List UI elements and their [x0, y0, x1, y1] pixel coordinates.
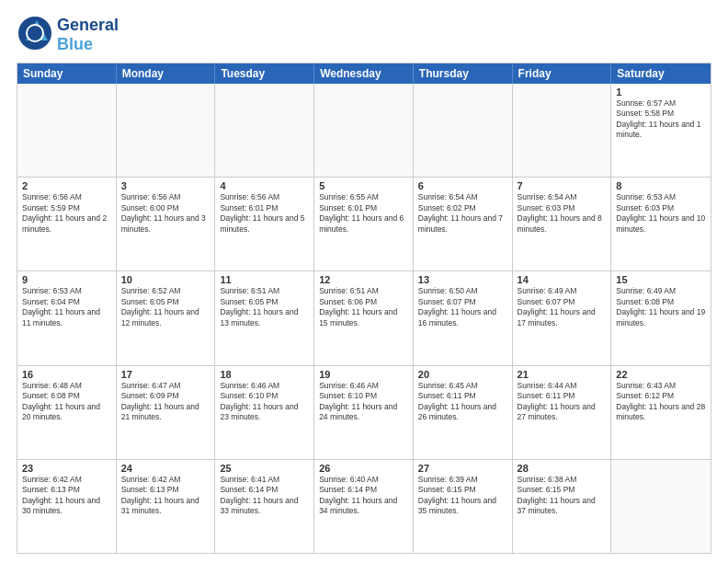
calendar-cell	[513, 84, 612, 177]
calendar-cell: 7Sunrise: 6:54 AM Sunset: 6:03 PM Daylig…	[513, 178, 612, 270]
calendar-cell: 16Sunrise: 6:48 AM Sunset: 6:08 PM Dayli…	[17, 366, 117, 459]
cell-details: Sunrise: 6:45 AM Sunset: 6:11 PM Dayligh…	[418, 381, 507, 423]
cell-details: Sunrise: 6:47 AM Sunset: 6:09 PM Dayligh…	[121, 381, 210, 423]
calendar-cell	[17, 84, 117, 177]
cell-details: Sunrise: 6:51 AM Sunset: 6:06 PM Dayligh…	[319, 286, 408, 328]
header-day-wednesday: Wednesday	[314, 63, 414, 84]
calendar-body: 1Sunrise: 6:57 AM Sunset: 5:58 PM Daylig…	[17, 84, 711, 553]
calendar-cell: 9Sunrise: 6:53 AM Sunset: 6:04 PM Daylig…	[17, 271, 117, 364]
header-day-thursday: Thursday	[414, 63, 513, 84]
cell-details: Sunrise: 6:52 AM Sunset: 6:05 PM Dayligh…	[121, 286, 210, 328]
calendar-header: SundayMondayTuesdayWednesdayThursdayFrid…	[17, 63, 711, 84]
calendar-cell: 4Sunrise: 6:56 AM Sunset: 6:01 PM Daylig…	[215, 178, 314, 270]
calendar-cell: 21Sunrise: 6:44 AM Sunset: 6:11 PM Dayli…	[513, 366, 612, 459]
calendar-cell: 2Sunrise: 6:56 AM Sunset: 5:59 PM Daylig…	[17, 178, 117, 270]
calendar-cell: 22Sunrise: 6:43 AM Sunset: 6:12 PM Dayli…	[611, 366, 711, 459]
header-day-sunday: Sunday	[17, 63, 117, 84]
day-number: 21	[518, 369, 607, 380]
cell-details: Sunrise: 6:39 AM Sunset: 6:15 PM Dayligh…	[418, 475, 507, 517]
day-number: 4	[220, 180, 309, 191]
calendar-cell	[611, 460, 711, 553]
header-day-friday: Friday	[513, 63, 612, 84]
calendar-cell: 27Sunrise: 6:39 AM Sunset: 6:15 PM Dayli…	[414, 460, 513, 553]
calendar-cell: 18Sunrise: 6:46 AM Sunset: 6:10 PM Dayli…	[215, 366, 314, 459]
cell-details: Sunrise: 6:56 AM Sunset: 6:00 PM Dayligh…	[121, 192, 210, 235]
calendar-cell	[117, 84, 216, 177]
day-number: 22	[616, 369, 706, 380]
calendar-cell: 12Sunrise: 6:51 AM Sunset: 6:06 PM Dayli…	[314, 271, 414, 364]
day-number: 15	[616, 274, 706, 285]
logo-icon	[17, 15, 53, 52]
calendar: SundayMondayTuesdayWednesdayThursdayFrid…	[17, 63, 711, 554]
calendar-row-1: 2Sunrise: 6:56 AM Sunset: 5:59 PM Daylig…	[17, 178, 711, 271]
cell-details: Sunrise: 6:49 AM Sunset: 6:07 PM Dayligh…	[518, 286, 607, 328]
calendar-cell: 3Sunrise: 6:56 AM Sunset: 6:00 PM Daylig…	[117, 178, 216, 270]
day-number: 17	[121, 369, 210, 380]
day-number: 26	[319, 463, 408, 474]
header: General Blue	[17, 15, 711, 55]
day-number: 16	[22, 369, 111, 380]
calendar-cell: 14Sunrise: 6:49 AM Sunset: 6:07 PM Dayli…	[513, 271, 612, 364]
calendar-cell: 15Sunrise: 6:49 AM Sunset: 6:08 PM Dayli…	[611, 271, 711, 364]
day-number: 14	[518, 274, 607, 285]
header-day-monday: Monday	[117, 63, 216, 84]
calendar-cell: 6Sunrise: 6:54 AM Sunset: 6:02 PM Daylig…	[414, 178, 513, 270]
day-number: 24	[121, 463, 210, 474]
day-number: 12	[319, 274, 408, 285]
logo-line1: General	[57, 16, 119, 35]
calendar-cell: 11Sunrise: 6:51 AM Sunset: 6:05 PM Dayli…	[215, 271, 314, 364]
calendar-row-4: 23Sunrise: 6:42 AM Sunset: 6:13 PM Dayli…	[17, 460, 711, 553]
cell-details: Sunrise: 6:41 AM Sunset: 6:14 PM Dayligh…	[220, 475, 309, 517]
calendar-cell: 19Sunrise: 6:46 AM Sunset: 6:10 PM Dayli…	[314, 366, 414, 459]
cell-details: Sunrise: 6:51 AM Sunset: 6:05 PM Dayligh…	[220, 286, 309, 328]
calendar-cell: 20Sunrise: 6:45 AM Sunset: 6:11 PM Dayli…	[414, 366, 513, 459]
day-number: 18	[220, 369, 309, 380]
calendar-cell: 23Sunrise: 6:42 AM Sunset: 6:13 PM Dayli…	[17, 460, 117, 553]
day-number: 9	[22, 274, 111, 285]
cell-details: Sunrise: 6:54 AM Sunset: 6:02 PM Dayligh…	[418, 192, 507, 235]
logo: General Blue	[17, 15, 119, 55]
day-number: 20	[418, 369, 507, 380]
day-number: 13	[418, 274, 507, 285]
day-number: 1	[616, 86, 706, 98]
cell-details: Sunrise: 6:42 AM Sunset: 6:13 PM Dayligh…	[121, 475, 210, 517]
cell-details: Sunrise: 6:53 AM Sunset: 6:04 PM Dayligh…	[22, 286, 111, 328]
day-number: 28	[518, 463, 607, 474]
day-number: 7	[518, 180, 607, 191]
day-number: 8	[616, 180, 706, 191]
calendar-row-2: 9Sunrise: 6:53 AM Sunset: 6:04 PM Daylig…	[17, 271, 711, 365]
header-day-saturday: Saturday	[611, 63, 711, 84]
day-number: 27	[418, 463, 507, 474]
day-number: 11	[220, 274, 309, 285]
calendar-cell	[414, 84, 513, 177]
page: General Blue SundayMondayTuesdayWednesda…	[0, 0, 728, 563]
cell-details: Sunrise: 6:46 AM Sunset: 6:10 PM Dayligh…	[220, 381, 309, 423]
day-number: 3	[121, 180, 210, 191]
calendar-row-3: 16Sunrise: 6:48 AM Sunset: 6:08 PM Dayli…	[17, 366, 711, 460]
cell-details: Sunrise: 6:48 AM Sunset: 6:08 PM Dayligh…	[22, 381, 111, 423]
day-number: 6	[418, 180, 507, 191]
cell-details: Sunrise: 6:38 AM Sunset: 6:15 PM Dayligh…	[518, 475, 607, 517]
cell-details: Sunrise: 6:53 AM Sunset: 6:03 PM Dayligh…	[616, 192, 706, 235]
calendar-cell	[314, 84, 414, 177]
day-number: 10	[121, 274, 210, 285]
calendar-cell: 25Sunrise: 6:41 AM Sunset: 6:14 PM Dayli…	[215, 460, 314, 553]
calendar-cell	[215, 84, 314, 177]
day-number: 5	[319, 180, 408, 191]
cell-details: Sunrise: 6:56 AM Sunset: 5:59 PM Dayligh…	[22, 192, 111, 235]
calendar-cell: 8Sunrise: 6:53 AM Sunset: 6:03 PM Daylig…	[611, 178, 711, 270]
cell-details: Sunrise: 6:43 AM Sunset: 6:12 PM Dayligh…	[616, 381, 706, 423]
cell-details: Sunrise: 6:56 AM Sunset: 6:01 PM Dayligh…	[220, 192, 309, 235]
calendar-cell: 1Sunrise: 6:57 AM Sunset: 5:58 PM Daylig…	[611, 84, 711, 177]
logo-line2: Blue	[57, 35, 119, 54]
day-number: 25	[220, 463, 309, 474]
cell-details: Sunrise: 6:46 AM Sunset: 6:10 PM Dayligh…	[319, 381, 408, 423]
cell-details: Sunrise: 6:54 AM Sunset: 6:03 PM Dayligh…	[518, 192, 607, 235]
calendar-cell: 13Sunrise: 6:50 AM Sunset: 6:07 PM Dayli…	[414, 271, 513, 364]
day-number: 2	[22, 180, 111, 191]
cell-details: Sunrise: 6:40 AM Sunset: 6:14 PM Dayligh…	[319, 475, 408, 517]
cell-details: Sunrise: 6:55 AM Sunset: 6:01 PM Dayligh…	[319, 192, 408, 235]
cell-details: Sunrise: 6:57 AM Sunset: 5:58 PM Dayligh…	[616, 98, 706, 141]
calendar-cell: 24Sunrise: 6:42 AM Sunset: 6:13 PM Dayli…	[117, 460, 216, 553]
header-day-tuesday: Tuesday	[215, 63, 314, 84]
